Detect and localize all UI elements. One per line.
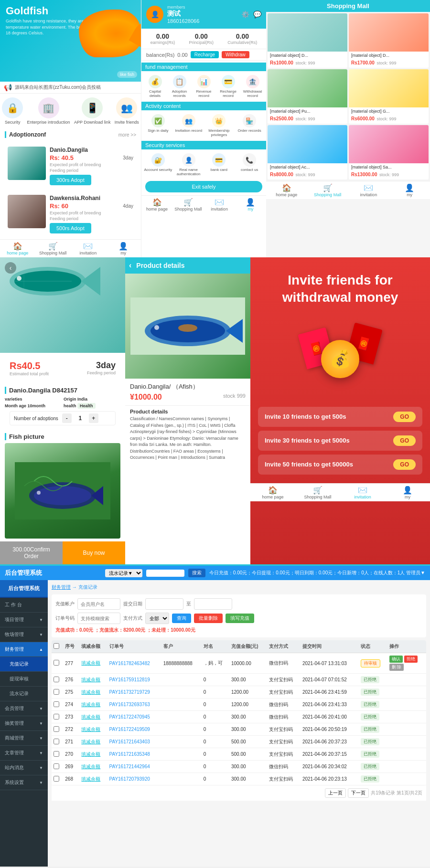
order-link-7[interactable]: PAY161721635348 — [109, 752, 150, 757]
row-checkbox-1[interactable] — [54, 677, 59, 682]
nav-home-2[interactable]: 🏠 home page — [141, 198, 172, 212]
filter-order-input[interactable] — [77, 613, 120, 624]
row-checkbox-9[interactable] — [54, 776, 59, 782]
sec-item-1[interactable]: 👤 Real name authentication — [174, 153, 204, 176]
prev-page-button[interactable]: 上一页 — [325, 788, 346, 798]
row-checkbox-5[interactable] — [54, 726, 59, 732]
nav-my-5[interactable]: 👤 my — [385, 486, 430, 499]
fund-item-3[interactable]: 💳 Recharge record — [216, 75, 240, 98]
nav-mall-1[interactable]: 🛒 Shopping Mall — [35, 242, 71, 255]
fill-link-7[interactable]: 填减余额 — [81, 752, 100, 757]
mall-item-1[interactable]: [material object] D... Rs1700.00 stock: … — [349, 13, 429, 68]
fill-link-4[interactable]: 填减余额 — [81, 714, 100, 720]
filter-payment-select[interactable]: 全部 — [145, 613, 169, 624]
order-link-2[interactable]: PAY161732719729 — [109, 689, 150, 695]
fill-link-1[interactable]: 填减余额 — [81, 677, 100, 682]
nav-home-5[interactable]: 🏠 home page — [250, 486, 295, 499]
sidebar-item-members[interactable]: 会员管理 ▼ — [0, 701, 48, 716]
mall-item-4[interactable]: [material object] Ac... Rs8000.00 stock:… — [268, 125, 347, 180]
fill-link-0[interactable]: 填减余额 — [81, 660, 100, 666]
row-checkbox-3[interactable] — [54, 701, 59, 707]
row-checkbox-2[interactable] — [54, 689, 59, 695]
next-page-button[interactable]: 下一页 — [348, 788, 369, 798]
batch-delete-button[interactable]: 批量删除 — [194, 614, 223, 623]
sidebar-item-finance[interactable]: 财务管理 ▲ — [0, 642, 48, 657]
order-link-3[interactable]: PAY161732693763 — [109, 702, 150, 707]
order-link-1[interactable]: PAY161759112819 — [109, 677, 150, 682]
nav-mall-3[interactable]: 🛒 Shopping Mall — [307, 183, 348, 197]
settings-icon[interactable]: ⚙️ — [241, 11, 249, 18]
sec-item-2[interactable]: 💳 bank card — [204, 153, 234, 176]
sec-item-3[interactable]: 📞 contact us — [235, 153, 264, 176]
nav-mall-2[interactable]: 🛒 Shopping Mall — [172, 198, 204, 212]
breadcrumb-finance[interactable]: 财务管理 — [52, 584, 71, 590]
app-icon-download[interactable]: 📱 APP Download link — [74, 97, 110, 125]
fund-item-1[interactable]: 📋 Adoption records — [168, 75, 191, 98]
mall-item-2[interactable]: [material object] Pu... Rs2500.00 stock:… — [268, 69, 347, 124]
fund-item-4[interactable]: 🏦 Withdrawal record — [241, 75, 264, 98]
filter-date-start[interactable] — [145, 598, 183, 610]
act-item-0[interactable]: ✅ Sign in daily — [143, 114, 173, 137]
select-all-checkbox[interactable] — [54, 643, 59, 649]
act-item-3[interactable]: 🏪 Order records — [235, 114, 264, 137]
nav-my-1[interactable]: 👤 my — [106, 242, 141, 255]
sidebar-item-ranch[interactable]: 牧场管理 ▼ — [0, 627, 48, 642]
sidebar-item-settings[interactable]: 系统设置 ▼ — [0, 775, 48, 790]
order-link-0[interactable]: PAY161782463482 — [109, 661, 150, 666]
nav-invite-3[interactable]: ✉️ invitation — [348, 183, 389, 197]
invite-card-btn-0[interactable]: GO — [393, 412, 416, 422]
reject-button-0[interactable]: 拒绝 — [404, 656, 418, 663]
app-icon-enterprise[interactable]: 🏢 Enterprise introduction — [27, 97, 70, 125]
back-button-fish[interactable]: ‹ — [5, 262, 16, 274]
fill-link-6[interactable]: 填减余额 — [81, 739, 100, 744]
nav-my-3[interactable]: 👤 my — [389, 183, 430, 197]
approve-button-0[interactable]: 确认 — [389, 656, 403, 663]
adopt-button-1[interactable]: 500rs Adopt — [50, 223, 91, 233]
adopt-button-0[interactable]: 300rs Adopt — [50, 175, 91, 185]
sidebar-item-lottery[interactable]: 抽奖管理 ▼ — [0, 716, 48, 731]
app-icon-security[interactable]: 🔒 Security — [2, 97, 23, 125]
qty-plus-button[interactable]: + — [89, 413, 98, 423]
invite-card-btn-2[interactable]: GO — [393, 459, 416, 470]
topup-button[interactable]: 填写充值 — [226, 614, 254, 623]
admin-dropdown[interactable]: 流水记录▼ — [105, 569, 142, 577]
admin-search-input[interactable] — [146, 570, 184, 577]
order-link-4[interactable]: PAY161722470945 — [109, 714, 150, 720]
exit-button[interactable]: Exit safely — [145, 181, 262, 192]
qty-minus-button[interactable]: - — [62, 413, 72, 423]
sec-item-0[interactable]: 🔐 Account security — [143, 153, 173, 176]
sidebar-item-recharge[interactable]: 充值记录 — [0, 657, 48, 672]
invite-card-btn-1[interactable]: GO — [393, 435, 416, 446]
delete-button-0[interactable]: 删 除 — [389, 664, 404, 671]
fill-link-2[interactable]: 填减余额 — [81, 689, 100, 695]
order-link-5[interactable]: PAY161722419509 — [109, 727, 150, 732]
fill-link-9[interactable]: 填减余额 — [81, 776, 100, 782]
mall-item-5[interactable]: [material object] Sa... Rs13000.00 stock… — [349, 125, 429, 180]
more-link[interactable]: more >> — [118, 132, 136, 138]
act-item-1[interactable]: 👥 Invitation record — [174, 114, 204, 137]
sidebar-item-withdraw[interactable]: 提现审核 — [0, 672, 48, 687]
fill-link-8[interactable]: 填减余额 — [81, 764, 100, 769]
nav-home-1[interactable]: 🏠 home page — [0, 242, 35, 255]
row-checkbox-4[interactable] — [54, 714, 59, 720]
fund-item-2[interactable]: 📊 Revenue record — [192, 75, 215, 98]
nav-invite-2[interactable]: ✉️ invitation — [204, 198, 235, 212]
nav-my-2[interactable]: 👤 my — [235, 198, 266, 212]
sidebar-item-workspace[interactable]: 工 作 台 — [0, 598, 48, 613]
mall-item-3[interactable]: [material object] G... Rs6000.00 stock: … — [349, 69, 429, 124]
app-icon-invite[interactable]: 👥 Invite friends — [115, 97, 139, 125]
buy-now-button[interactable]: Buy now — [63, 541, 125, 564]
order-link-9[interactable]: PAY161720793920 — [109, 776, 150, 782]
admin-search-button[interactable]: 搜索 — [188, 569, 205, 577]
recharge-button[interactable]: Recharge — [191, 51, 219, 58]
nav-invite-1[interactable]: ✉️ invitation — [71, 242, 106, 255]
nav-home-3[interactable]: 🏠 home page — [266, 183, 307, 197]
fund-item-0[interactable]: 💰 Capital details — [143, 75, 167, 98]
withdraw-button[interactable]: Withdraw — [222, 51, 249, 58]
confirm-order-button[interactable]: 300.00Confirm Order — [0, 541, 63, 564]
sidebar-item-flow[interactable]: 流水记录 — [0, 687, 48, 701]
message-icon[interactable]: 💬 — [253, 11, 261, 18]
fill-link-5[interactable]: 填减余额 — [81, 727, 100, 732]
sidebar-item-message[interactable]: 站内消息 ▼ — [0, 761, 48, 775]
row-checkbox-6[interactable] — [54, 739, 59, 744]
